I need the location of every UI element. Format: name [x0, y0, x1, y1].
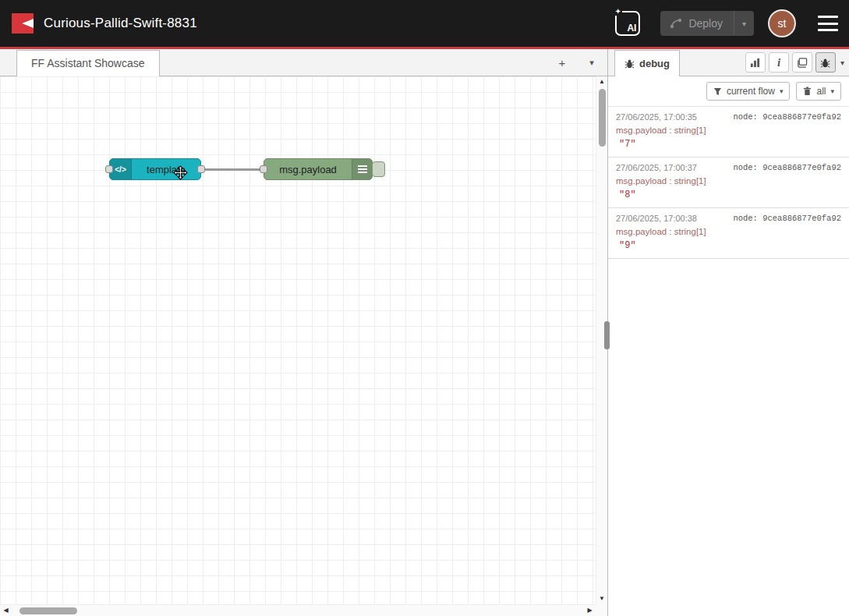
debug-node-label: msg.payload	[264, 164, 352, 175]
scroll-down-arrow[interactable]: ▼	[596, 593, 608, 604]
deploy-icon	[670, 18, 682, 29]
book-icon	[797, 58, 808, 68]
add-flow-button[interactable]: +	[554, 56, 570, 69]
debug-message-list[interactable]: 27/06/2025, 17:00:35 node: 9cea886877e0f…	[608, 106, 849, 616]
template-output-port[interactable]	[197, 165, 205, 173]
user-avatar[interactable]: st	[768, 9, 796, 37]
debug-property-path[interactable]: msg.payload : string[1]	[616, 176, 841, 186]
bug-icon	[624, 58, 635, 69]
debug-value[interactable]: "7"	[616, 139, 841, 150]
debug-filter-button[interactable]: current flow ▾	[706, 82, 791, 101]
sidebar-tabs-caret[interactable]: ▾	[840, 58, 844, 67]
wire-template-to-debug[interactable]	[201, 168, 264, 171]
sidebar-splitter-handle[interactable]	[604, 321, 610, 349]
debug-clear-label: all	[816, 86, 826, 97]
debug-toolbar: current flow ▾ all ▾	[608, 76, 849, 106]
flow-canvas[interactable]: </> template msg.payload ▲ ▼	[0, 76, 607, 616]
app-header: Curious-Pallid-Swift-8831 ✦ AI Deploy ▾ …	[0, 0, 849, 47]
clear-caret-icon: ▾	[830, 87, 834, 95]
deploy-label: Deploy	[688, 17, 723, 30]
debug-node-id[interactable]: node: 9cea886877e0fa92	[733, 214, 841, 223]
sidebar-tab-debug-icon[interactable]	[815, 52, 836, 73]
sidebar-tab-help[interactable]	[792, 52, 812, 73]
bug-icon	[820, 58, 830, 68]
template-node-label: template	[132, 164, 200, 175]
flow-tab[interactable]: FF Assistant Showcase	[16, 50, 160, 76]
deploy-main[interactable]: Deploy	[660, 17, 734, 30]
debug-message[interactable]: 27/06/2025, 17:00:38 node: 9cea886877e0f…	[608, 208, 849, 259]
debug-filter-label: current flow	[727, 86, 775, 97]
debug-message[interactable]: 27/06/2025, 17:00:35 node: 9cea886877e0f…	[608, 107, 849, 158]
workspace: FF Assistant Showcase + ▾ </> template m…	[0, 49, 607, 616]
debug-node-id[interactable]: node: 9cea886877e0fa92	[733, 163, 841, 172]
sidebar-tab-icons: i	[745, 52, 844, 73]
template-input-port[interactable]	[105, 165, 113, 173]
sidebar-tab-dashboard[interactable]	[745, 52, 766, 73]
sidebar-tab-debug[interactable]: debug	[614, 50, 680, 76]
debug-enable-toggle[interactable]	[372, 161, 385, 177]
scroll-right-arrow[interactable]: ▶	[584, 605, 596, 616]
debug-message[interactable]: 27/06/2025, 17:00:37 node: 9cea886877e0f…	[608, 158, 849, 208]
ai-label: AI	[627, 23, 636, 34]
instance-title: Curious-Pallid-Swift-8831	[44, 16, 606, 31]
vertical-scroll-thumb[interactable]	[599, 89, 606, 147]
flow-tab-actions: + ▾	[554, 49, 600, 76]
main-area: FF Assistant Showcase + ▾ </> template m…	[0, 49, 849, 616]
sparkle-icon: ✦	[614, 7, 621, 16]
debug-input-port[interactable]	[260, 165, 267, 173]
bar-chart-icon	[750, 58, 760, 68]
debug-node[interactable]: msg.payload	[264, 158, 373, 180]
debug-timestamp: 27/06/2025, 17:00:35	[616, 112, 697, 122]
scroll-left-arrow[interactable]: ◀	[0, 605, 12, 616]
sidebar-tabbar: debug i	[608, 49, 849, 76]
debug-property-path[interactable]: msg.payload : string[1]	[616, 227, 841, 236]
canvas-horizontal-scrollbar[interactable]: ◀ ▶	[0, 604, 596, 616]
debug-property-path[interactable]: msg.payload : string[1]	[616, 126, 841, 135]
ai-assistant-button[interactable]: ✦ AI	[615, 11, 640, 36]
debug-timestamp: 27/06/2025, 17:00:38	[616, 214, 697, 223]
deploy-options-caret[interactable]: ▾	[734, 11, 754, 36]
funnel-icon	[713, 87, 722, 96]
debug-list-icon	[352, 159, 372, 179]
scrollbar-corner	[596, 604, 607, 616]
flowfuse-logo[interactable]	[11, 12, 34, 34]
code-icon: </>	[110, 159, 132, 179]
sidebar-tab-info[interactable]: i	[769, 52, 789, 73]
debug-node-id[interactable]: node: 9cea886877e0fa92	[733, 112, 841, 122]
template-node[interactable]: </> template	[109, 158, 201, 180]
flow-list-caret[interactable]: ▾	[584, 58, 600, 68]
info-icon: i	[777, 56, 780, 69]
debug-clear-button[interactable]: all ▾	[796, 82, 841, 101]
scroll-up-arrow[interactable]: ▲	[596, 76, 608, 87]
trash-icon	[803, 87, 812, 96]
sidebar-tab-debug-label: debug	[639, 51, 670, 76]
debug-value[interactable]: "9"	[616, 240, 841, 251]
debug-value[interactable]: "8"	[616, 189, 841, 200]
horizontal-scroll-thumb[interactable]	[19, 607, 77, 614]
debug-timestamp: 27/06/2025, 17:00:37	[616, 163, 697, 172]
filter-caret-icon: ▾	[780, 87, 784, 95]
deploy-button[interactable]: Deploy ▾	[660, 11, 754, 36]
main-menu-button[interactable]	[818, 16, 838, 31]
flow-tabbar: FF Assistant Showcase + ▾	[0, 49, 607, 76]
right-sidebar: debug i	[607, 49, 849, 616]
